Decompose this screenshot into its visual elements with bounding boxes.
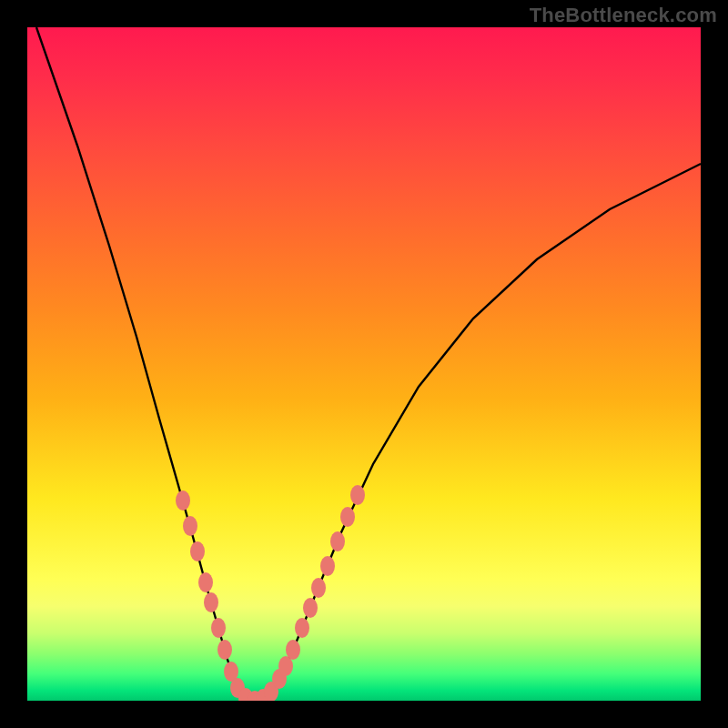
data-marker: [204, 592, 218, 612]
data-marker: [198, 572, 213, 592]
data-marker: [183, 516, 197, 536]
marker-group: [176, 485, 365, 701]
curve-right-branch: [259, 164, 701, 701]
data-marker: [303, 598, 318, 618]
data-marker: [320, 556, 335, 576]
data-marker: [217, 640, 232, 660]
data-marker: [330, 531, 345, 551]
attribution-label: TheBottleneck.com: [530, 4, 717, 27]
curve-layer: [27, 27, 701, 701]
data-marker: [350, 485, 365, 505]
chart-frame: TheBottleneck.com: [0, 0, 728, 728]
data-marker: [286, 640, 300, 660]
data-marker: [190, 541, 205, 561]
data-marker: [340, 507, 355, 527]
data-marker: [295, 618, 309, 638]
curve-left-branch: [36, 27, 250, 701]
plot-area: [27, 27, 701, 701]
data-marker: [211, 618, 226, 638]
data-marker: [311, 578, 326, 598]
data-marker: [176, 490, 190, 511]
